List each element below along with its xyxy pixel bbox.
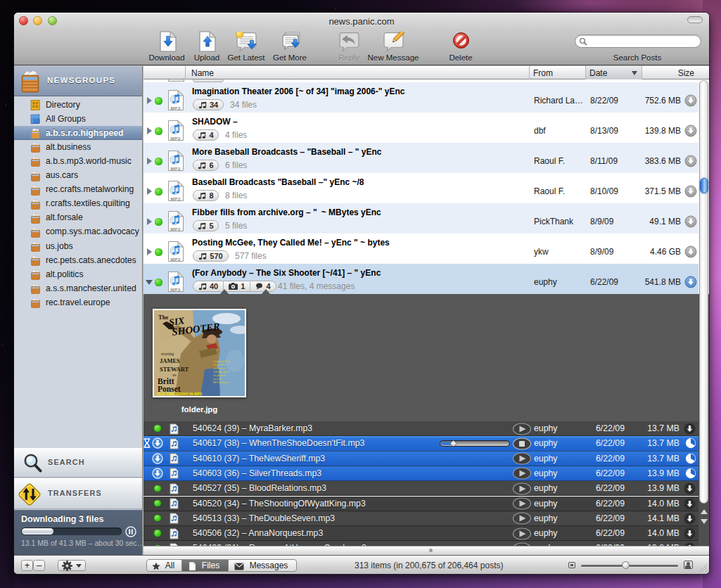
svg-text:on all of: on all of bbox=[213, 378, 222, 381]
svg-text:starring: starring bbox=[161, 352, 174, 356]
svg-text:128 kbps 44.1k: 128 kbps 44.1k bbox=[213, 371, 229, 373]
svg-text:run in MP3: run in MP3 bbox=[213, 364, 225, 366]
svg-text:MP3: MP3 bbox=[170, 166, 180, 171]
svg-text:Complete 39 ep: Complete 39 ep bbox=[213, 360, 230, 363]
svg-text:MP3: MP3 bbox=[170, 257, 180, 262]
svg-text:MP3: MP3 bbox=[170, 106, 180, 110]
svg-text:MP3: MP3 bbox=[170, 226, 180, 231]
svg-text:MP3: MP3 bbox=[170, 196, 180, 201]
svg-text:recorded at: recorded at bbox=[213, 367, 225, 370]
svg-text:for playback: for playback bbox=[213, 374, 226, 377]
svg-text:MP3: MP3 bbox=[170, 287, 180, 292]
svg-text:OLD TIME RADIO IN MP3: OLD TIME RADIO IN MP3 bbox=[157, 392, 202, 396]
svg-text:MP3: MP3 bbox=[170, 136, 180, 141]
svg-text:as: as bbox=[172, 372, 177, 377]
svg-text:The: The bbox=[158, 314, 168, 321]
svg-text:MP3 hardware: MP3 hardware bbox=[213, 381, 229, 384]
svg-text:JAMES: JAMES bbox=[160, 357, 180, 364]
